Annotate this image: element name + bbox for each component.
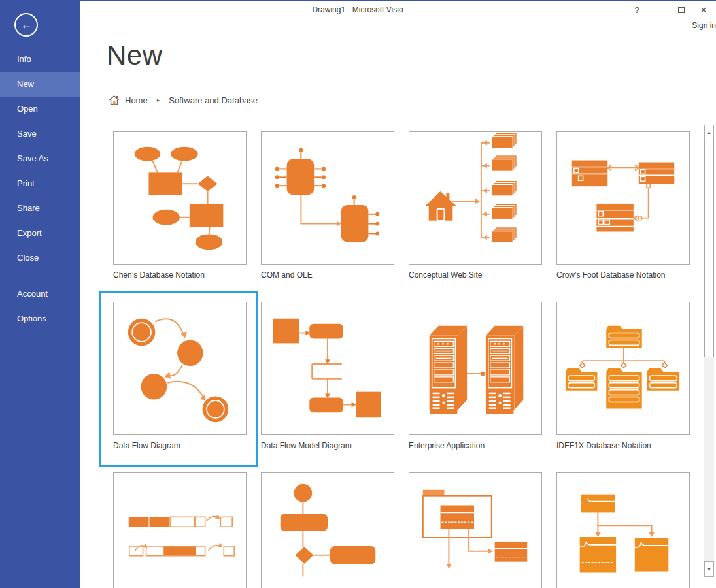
sidebar-item-export[interactable]: Export: [0, 221, 80, 246]
template-thumbnail: [556, 472, 690, 588]
template-label: Crow’s Foot Database Notation: [556, 270, 690, 280]
home-icon: [109, 95, 120, 105]
sidebar-item-new[interactable]: New: [0, 72, 80, 97]
breadcrumb: Home ▸ Software and Database: [109, 95, 258, 105]
sidebar-item-options[interactable]: Options: [0, 306, 80, 331]
sidebar-item-close[interactable]: Close: [0, 246, 80, 270]
template-label: Enterprise Application: [409, 441, 542, 450]
scrollbar-track[interactable]: [704, 357, 714, 561]
help-icon: ?: [634, 5, 639, 15]
backstage-sidebar: ← Info New Open Save Save As Print Share…: [0, 1, 80, 588]
template-thumbnail: [113, 472, 247, 588]
template-tile-conceptual-web-site[interactable]: Conceptual Web Site: [409, 131, 542, 280]
visio-backstage-window: ← Info New Open Save Save As Print Share…: [0, 0, 716, 588]
sidebar-item-print[interactable]: Print: [0, 171, 80, 196]
template-tile-row3-4[interactable]: [556, 472, 690, 588]
minimize-icon: [656, 12, 662, 12]
breadcrumb-section: Software and Database: [169, 95, 258, 105]
maximize-button[interactable]: [673, 3, 690, 16]
template-thumbnail: [409, 302, 542, 435]
template-tile-data-flow-model-diagram[interactable]: Data Flow Model Diagram: [261, 302, 394, 450]
template-tile-chens-database-notation[interactable]: Chen’s Database Notation: [113, 131, 247, 280]
template-tile-row3-2[interactable]: [261, 472, 394, 588]
template-tile-enterprise-application[interactable]: Enterprise Application: [409, 302, 542, 450]
vertical-scrollbar: ▲ ▼: [704, 125, 714, 577]
template-thumbnail: [261, 472, 394, 588]
template-thumbnail: [113, 302, 247, 435]
template-thumbnail: [409, 131, 542, 265]
help-button[interactable]: ?: [628, 3, 645, 16]
maximize-icon: [678, 7, 685, 13]
template-tile-idef1x-database-notation[interactable]: IDEF1X Database Notation: [556, 302, 690, 450]
scroll-down-icon: ▼: [707, 567, 711, 572]
sidebar-item-save-as[interactable]: Save As: [0, 146, 80, 171]
template-tile-data-flow-diagram[interactable]: Data Flow Diagram: [113, 302, 247, 450]
template-label: Data Flow Model Diagram: [261, 441, 394, 450]
template-label: Conceptual Web Site: [409, 270, 542, 280]
close-button[interactable]: ✕: [695, 3, 712, 16]
template-thumbnail: [261, 302, 394, 435]
window-title: Drawing1 - Microsoft Visio: [312, 5, 403, 14]
template-label: Data Flow Diagram: [113, 441, 247, 450]
sign-in-link[interactable]: Sign in: [692, 21, 716, 30]
template-label: Chen’s Database Notation: [113, 270, 247, 280]
close-icon: ✕: [700, 5, 707, 15]
scroll-up-icon: ▲: [707, 130, 711, 135]
template-thumbnail: [556, 302, 690, 435]
back-button[interactable]: ←: [14, 13, 38, 37]
template-label: IDEF1X Database Notation: [556, 441, 690, 450]
page-title: New: [107, 40, 163, 71]
template-grid: Chen’s Database Notation: [113, 131, 690, 588]
breadcrumb-arrow-icon: ▸: [157, 97, 160, 103]
template-thumbnail: [261, 131, 394, 265]
breadcrumb-home[interactable]: Home: [125, 95, 148, 105]
title-bar: Drawing1 - Microsoft Visio ? ✕: [80, 1, 716, 19]
template-tile-row3-1[interactable]: [113, 472, 247, 588]
template-tile-row3-3[interactable]: [409, 472, 542, 588]
sidebar-item-open[interactable]: Open: [0, 97, 80, 122]
sidebar-item-info[interactable]: Info: [0, 47, 80, 72]
template-thumbnail: [113, 131, 247, 265]
template-thumbnail: [409, 472, 542, 588]
scroll-up-button[interactable]: ▲: [704, 125, 714, 139]
minimize-button[interactable]: [651, 3, 668, 16]
scroll-down-button[interactable]: ▼: [704, 561, 714, 577]
scrollbar-thumb[interactable]: [704, 139, 714, 357]
sidebar-item-share[interactable]: Share: [0, 196, 80, 221]
template-tile-crows-foot-database-notation[interactable]: Crow’s Foot Database Notation: [556, 131, 690, 280]
template-tile-com-and-ole[interactable]: COM and OLE: [261, 131, 394, 280]
sidebar-item-account[interactable]: Account: [0, 282, 80, 306]
back-arrow-icon: ←: [20, 18, 32, 32]
sidebar-divider: [17, 276, 63, 276]
sidebar-item-save[interactable]: Save: [0, 122, 80, 146]
template-thumbnail: [556, 131, 690, 265]
template-label: COM and OLE: [261, 270, 394, 280]
